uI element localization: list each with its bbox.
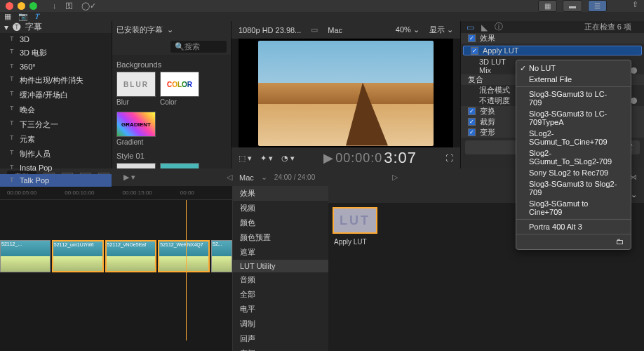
clip[interactable]: 52... [211, 240, 232, 272]
view-list[interactable]: ▬ [563, 0, 582, 12]
minimize-window[interactable] [18, 2, 25, 10]
fxcat-item[interactable]: 回声 [233, 331, 328, 346]
lut-opt[interactable]: External File [516, 74, 631, 85]
fxcat-item[interactable]: 空间 [233, 346, 328, 351]
fxcat-item-sel[interactable]: LUT Utility [233, 260, 328, 272]
lut-opt[interactable]: No LUT [516, 62, 631, 74]
lut-opt[interactable]: SLog2-SGumut_To_Cine+709 [516, 128, 631, 147]
lib-item[interactable]: 3D 电影 [20, 48, 47, 57]
play-icon[interactable]: ▶ [323, 150, 334, 166]
fxcat-item[interactable]: 遮罩 [233, 245, 328, 260]
fxcat-item[interactable]: 颜色预置 [233, 230, 328, 245]
project-time: 24:00 / 24:00 [274, 173, 315, 181]
playhead[interactable] [186, 200, 187, 340]
zoom-window[interactable] [29, 2, 37, 10]
fxcat-item[interactable]: 全部 [233, 287, 328, 302]
tab-color[interactable]: ◣ [481, 22, 488, 32]
lut-opt[interactable]: Sony SLog2 to Rec709 [516, 167, 631, 178]
installed-label[interactable]: 已安装的字幕 [116, 25, 163, 35]
lut-opt[interactable]: Slog3-SGamut3 to LC-709TypeA [516, 108, 631, 128]
next-edit[interactable]: ▷ [392, 173, 398, 182]
transform-tool[interactable]: ⬚ ▾ [239, 154, 252, 163]
fx-label: 效果 [480, 33, 637, 44]
fullscreen-icon[interactable]: ⛶ [445, 154, 453, 162]
dropdown-icon[interactable]: ⌄ [167, 25, 173, 34]
fx-label: Apply LUT [334, 238, 367, 246]
transform-check[interactable]: ✓ [468, 107, 476, 115]
cursor-tool[interactable]: ▶ ▾ [123, 173, 135, 182]
zoom[interactable]: 40% ⌄ [396, 25, 420, 34]
lib-item[interactable]: 下三分之一 [20, 120, 58, 128]
tc-big: 3:07 [384, 149, 417, 167]
view-grid[interactable]: ▦ [538, 0, 557, 12]
tab-info[interactable]: ⓘ [495, 21, 503, 33]
sect-style: Style 01 [116, 152, 227, 160]
fx-thumb[interactable]: LUT [333, 207, 377, 234]
thumb-style2[interactable] [160, 163, 199, 168]
lib-item-selected[interactable]: Talk Pop [20, 176, 49, 185]
fxcat-hdr: 效果 [233, 186, 328, 201]
lut-folder[interactable]: 🗀 [516, 236, 631, 247]
fxcat-item[interactable]: 音频 [233, 272, 328, 287]
lut-opt[interactable]: Portra 400 Alt 3 [516, 221, 631, 232]
search-input[interactable]: 🔍搜索 [170, 41, 227, 53]
import-icon[interactable]: ↓ [53, 1, 57, 11]
lut-opt[interactable]: Slog3-SGamut3 to Slog2-709 [516, 178, 631, 198]
lut-opt[interactable]: Slog3-SGamut3 to LC-709 [516, 88, 631, 108]
filmstrip-icon[interactable]: ▭ [311, 25, 318, 34]
status-text: 正在检查 6 项 [584, 22, 631, 32]
retime-tool[interactable]: ◔ ▾ [281, 154, 295, 163]
tab-video[interactable]: ▭ [467, 22, 474, 32]
clip[interactable]: 52112_... [0, 240, 51, 272]
library-icon[interactable]: ▦ [4, 12, 11, 21]
lut-dropdown: No LUT External File Slog3-SGamut3 to LC… [516, 60, 631, 250]
sect-bg: Backgrounds [116, 60, 227, 69]
display-menu[interactable]: 显示 ⌄ [429, 25, 453, 35]
crop-check[interactable]: ✓ [468, 118, 476, 126]
fxcat-item[interactable]: 颜色 [233, 216, 328, 230]
lut-opt[interactable]: Slog3-SGamut to Cine+709 [516, 198, 631, 218]
distort-check[interactable]: ✓ [468, 128, 476, 136]
thumb-style1[interactable] [116, 163, 156, 168]
titles-icon[interactable]: 𝑇 [35, 12, 39, 21]
apply-lut: Apply LUT [483, 46, 634, 55]
fxcat-item[interactable]: 视频 [233, 201, 328, 216]
lib-item[interactable]: 元素 [20, 135, 35, 143]
photos-icon[interactable]: 📷 [18, 12, 28, 21]
disclosure-icon[interactable]: ▾ [4, 22, 8, 32]
clip-selected[interactable]: 52112_WeKNX4Q7 [158, 240, 210, 272]
thumb-color[interactable]: COLOR [160, 72, 199, 97]
tc-gray: 00:00:0 [335, 151, 382, 166]
lib-item[interactable]: Insta Pop [20, 164, 52, 172]
viewer-name: Mac [328, 26, 342, 34]
viewer-canvas[interactable] [239, 39, 453, 147]
lib-item[interactable]: 晚会 [20, 105, 35, 114]
share-icon[interactable]: ⇧ [632, 0, 638, 12]
project-name[interactable]: Mac [239, 173, 254, 182]
viewer-format: 1080p HD 23.98... [239, 26, 301, 34]
thumb-gradient[interactable]: GRADIENT [116, 112, 156, 137]
fxcat-item[interactable]: 调制 [233, 317, 328, 331]
lut-opt[interactable]: Slog2-SGumut_To_SLog2-709 [516, 147, 631, 167]
lib-item[interactable]: 3D [20, 35, 29, 44]
enhance-tool[interactable]: ✦ ▾ [260, 154, 273, 163]
check-icon[interactable]: ◯✓ [81, 1, 96, 11]
key-icon[interactable]: ⚿ [65, 1, 73, 11]
apply-check[interactable]: ✓ [471, 47, 478, 55]
titles-cat-icon: 🅣 [13, 22, 21, 32]
lib-title: 字幕 [25, 21, 42, 33]
close-window[interactable] [6, 2, 13, 10]
lib-item[interactable]: 构件出现/构件消失 [20, 76, 83, 84]
lib-item[interactable]: 制作人员 [20, 150, 51, 158]
lib-item[interactable]: 缓冲器/开场白 [20, 91, 68, 99]
prev-edit[interactable]: ◁ [227, 173, 232, 182]
fx-check[interactable]: ✓ [468, 34, 476, 42]
thumb-blur[interactable]: BLUR [116, 72, 156, 97]
clip-selected[interactable]: 52112_um1U7rWt [52, 240, 104, 272]
view-adjust[interactable]: ☰ [588, 0, 607, 12]
fxcat-item[interactable]: 电平 [233, 302, 328, 317]
clip-selected[interactable]: 52112_vNOe5Eaf [105, 240, 157, 272]
lib-item[interactable]: 360° [20, 62, 36, 71]
